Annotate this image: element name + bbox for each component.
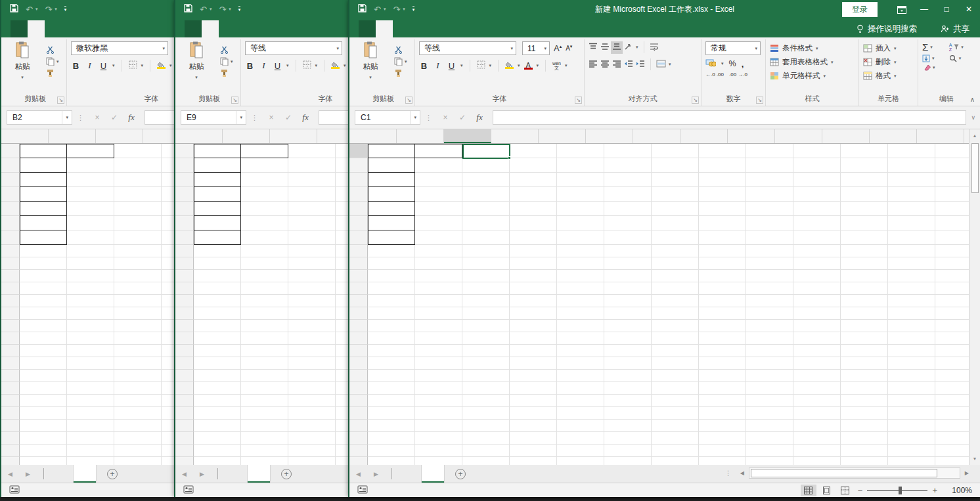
find-select-button[interactable]: ▾	[949, 54, 971, 62]
name-box-dropdown-icon[interactable]: ▾	[410, 111, 420, 124]
cancel-icon[interactable]: ×	[437, 113, 454, 122]
row-header[interactable]	[175, 216, 194, 230]
cell-dept[interactable]	[20, 216, 67, 230]
row-header[interactable]	[349, 245, 368, 257]
cell-sales[interactable]	[241, 202, 288, 216]
copy-dropdown-icon[interactable]: ▾	[56, 59, 59, 64]
redo-dropdown-icon[interactable]: ▾	[403, 7, 405, 12]
row-header[interactable]	[175, 357, 194, 370]
ribbon-tab[interactable]	[478, 20, 495, 37]
phonetic-dropdown-icon[interactable]: ▾	[565, 63, 568, 68]
clipboard-dialog-launcher-icon[interactable]: ↘	[57, 97, 64, 104]
cell-dept[interactable]	[368, 202, 415, 216]
ribbon-tab[interactable]	[529, 20, 546, 37]
cell-sales[interactable]	[415, 202, 462, 216]
column-header[interactable]	[870, 129, 917, 143]
cell-sales[interactable]	[67, 173, 114, 187]
row-header[interactable]	[175, 382, 194, 395]
align-left-button[interactable]	[589, 60, 598, 70]
bold-button[interactable]: B	[71, 61, 81, 71]
orientation-dropdown-icon[interactable]: ▾	[636, 45, 638, 50]
tell-me-search[interactable]: 操作说明搜索	[857, 24, 917, 35]
row-header[interactable]	[175, 345, 194, 357]
ribbon-tab[interactable]	[185, 20, 202, 37]
column-header[interactable]	[633, 129, 680, 143]
phonetic-guide-button[interactable]: wén文	[552, 61, 561, 71]
cell-sales[interactable]	[241, 144, 288, 158]
minimize-button[interactable]: —	[913, 0, 935, 18]
row-cells[interactable]	[368, 345, 969, 357]
horizontal-scrollbar[interactable]: ⋮ ◀ ▶	[725, 468, 972, 479]
cell-styles-button[interactable]: 单元格样式▾	[770, 69, 855, 83]
row-header[interactable]	[1, 357, 20, 370]
row-header[interactable]	[1, 345, 20, 357]
cell-sales[interactable]	[415, 187, 462, 202]
ribbon-tab[interactable]	[444, 20, 461, 37]
column-header[interactable]	[775, 129, 822, 143]
cell-sales[interactable]	[67, 144, 114, 158]
cell-dept[interactable]	[20, 187, 67, 202]
cell-sales[interactable]	[241, 187, 288, 202]
cell-sales[interactable]	[241, 173, 288, 187]
row-header[interactable]	[175, 457, 194, 465]
cut-button[interactable]	[46, 46, 59, 54]
cell-dept[interactable]	[194, 230, 241, 245]
cell-sales[interactable]	[415, 216, 462, 230]
cell-dept[interactable]	[194, 144, 241, 158]
fill-color-dropdown-icon[interactable]: ▾	[169, 63, 172, 68]
row-header[interactable]	[349, 173, 368, 187]
ribbon-tab[interactable]	[410, 20, 427, 37]
row-header[interactable]	[1, 295, 20, 307]
cell-sales[interactable]	[67, 230, 114, 245]
cell-sales[interactable]	[241, 158, 288, 173]
scroll-right-icon[interactable]: ▶	[962, 470, 972, 476]
cell-dept[interactable]	[368, 230, 415, 245]
fill-color-button[interactable]	[157, 62, 166, 69]
normal-view-button[interactable]	[801, 485, 816, 496]
column-header[interactable]	[728, 129, 775, 143]
column-header[interactable]	[96, 129, 143, 143]
ribbon-tab[interactable]	[202, 20, 219, 37]
row-header[interactable]	[349, 158, 368, 173]
row-header[interactable]	[175, 230, 194, 245]
sign-in-button[interactable]: 登录	[842, 2, 878, 17]
undo-icon[interactable]: ↶	[26, 5, 33, 14]
row-header[interactable]	[349, 216, 368, 230]
formula-bar-input[interactable]	[493, 110, 966, 125]
paste-dropdown-icon[interactable]: ▾	[195, 75, 198, 79]
cell-dept[interactable]	[194, 187, 241, 202]
cell-sales[interactable]	[67, 187, 114, 202]
cell-sales[interactable]	[67, 216, 114, 230]
row-header[interactable]	[349, 332, 368, 345]
scroll-up-icon[interactable]: ▲	[973, 129, 977, 142]
ribbon-tab[interactable]	[253, 20, 270, 37]
underline-button[interactable]: U	[99, 61, 108, 71]
cell-dept[interactable]	[368, 187, 415, 202]
cell-sales[interactable]	[415, 144, 462, 158]
sort-filter-button[interactable]: AZ▾	[949, 43, 971, 52]
paste-dropdown-icon[interactable]: ▾	[21, 75, 24, 79]
cancel-icon[interactable]: ×	[89, 113, 106, 122]
ribbon-tab[interactable]	[359, 20, 376, 37]
row-cells[interactable]	[368, 420, 969, 432]
customize-quick-access-icon[interactable]: ▾	[64, 6, 67, 12]
cell-dept[interactable]	[20, 173, 67, 187]
decrease-decimal-button[interactable]: .00 →.0	[729, 72, 747, 77]
cell-dept[interactable]	[194, 216, 241, 230]
column-header[interactable]	[444, 129, 491, 143]
column-header[interactable]	[680, 129, 728, 143]
row-cells[interactable]	[368, 432, 969, 445]
prev-sheet-icon[interactable]: ◀	[175, 465, 193, 483]
row-header[interactable]	[1, 216, 20, 230]
ribbon-tab[interactable]	[79, 20, 96, 37]
row-cells[interactable]	[368, 245, 969, 257]
row-header[interactable]	[349, 432, 368, 445]
row-cells[interactable]	[368, 332, 969, 345]
scrollbar-grip[interactable]: ⋮	[725, 469, 732, 477]
row-header[interactable]	[175, 332, 194, 345]
vertical-scroll-thumb[interactable]	[971, 143, 979, 193]
prev-sheet-icon[interactable]: ◀	[349, 465, 367, 483]
accessibility-icon[interactable]	[183, 485, 194, 496]
row-header[interactable]	[175, 144, 194, 158]
ribbon-tab[interactable]	[270, 20, 287, 37]
